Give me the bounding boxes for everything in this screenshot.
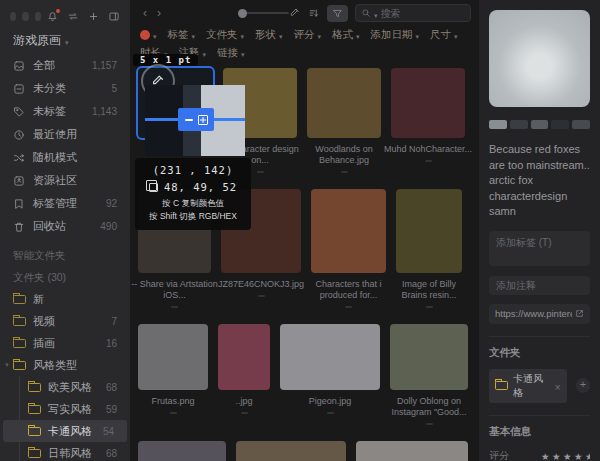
thumbnail-size-slider[interactable]	[238, 12, 289, 14]
all-items-icon	[13, 60, 25, 72]
grid-item[interactable]: Pigeon.jpg	[280, 324, 380, 414]
thumbnail[interactable]	[138, 324, 208, 390]
search-input[interactable]	[355, 4, 471, 22]
toggle-sidebar-icon[interactable]	[108, 11, 120, 22]
selected-image-preview[interactable]	[489, 10, 590, 107]
window-controls	[0, 5, 130, 27]
folder-new[interactable]: 新	[0, 288, 130, 310]
folder-icon	[13, 295, 26, 304]
pixel-size-badge: 5 x 1 pt	[133, 54, 198, 66]
grid-item[interactable]	[356, 441, 468, 461]
grid-item[interactable]: Characters that i produced for...	[311, 189, 386, 308]
thumbnail[interactable]	[356, 441, 468, 461]
smart-folders-header: 智能文件夹	[0, 246, 130, 266]
thumbnail[interactable]	[138, 441, 226, 461]
sidebar-item-tag-manager[interactable]: 标签管理 92	[0, 192, 130, 215]
palette-swatch[interactable]	[551, 120, 569, 129]
back-button[interactable]: ‹	[138, 6, 152, 20]
remove-folder-icon[interactable]	[555, 377, 561, 395]
thumbnail[interactable]	[311, 189, 386, 273]
thumbnail[interactable]	[280, 324, 380, 390]
sidebar-item-untagged[interactable]: 未标签 1,143	[0, 100, 130, 123]
thumbnail[interactable]	[396, 189, 462, 273]
search-field[interactable]	[381, 8, 465, 19]
folder-realistic-style[interactable]: 写实风格 59	[0, 398, 130, 420]
folder-video[interactable]: 视频 7	[0, 310, 130, 332]
palette-swatch[interactable]	[531, 120, 549, 129]
filter-link[interactable]: 链接	[217, 46, 245, 60]
sidebar-item-community[interactable]: 资源社区	[0, 169, 130, 192]
image-title[interactable]: Because red foxes are too mainstream.. a…	[489, 142, 590, 220]
filter-date-added[interactable]: 添加日期	[371, 28, 420, 42]
thumbnail[interactable]	[390, 324, 468, 390]
grid-item[interactable]: Frutas.png	[138, 324, 208, 414]
grid-item[interactable]: Woodlands on Behance.jpg	[307, 68, 381, 173]
grid-item[interactable]	[138, 441, 226, 461]
library-switcher[interactable]: 游戏原画	[0, 27, 130, 54]
folder-icon	[28, 449, 41, 458]
sync-icon[interactable]	[67, 11, 79, 22]
search-icon	[361, 8, 371, 18]
notifications-icon[interactable]	[47, 11, 58, 22]
sidebar-item-random[interactable]: 随机模式	[0, 146, 130, 169]
thumbnail[interactable]	[391, 68, 465, 138]
folder-illustration[interactable]: 插画 16	[0, 332, 130, 354]
close-window-button[interactable]	[10, 12, 16, 21]
sidebar-item-recent[interactable]: 最近使用	[0, 123, 130, 146]
add-folder-button[interactable]: +	[576, 378, 590, 393]
slider-knob[interactable]	[238, 9, 247, 18]
folder-style-type[interactable]: ▼ 风格类型	[0, 354, 130, 376]
folder-cartoon-style-selected[interactable]: 卡通风格 54	[3, 420, 127, 442]
filter-folders[interactable]: 文件夹	[206, 28, 244, 42]
source-link[interactable]: https://www.pintere	[489, 304, 590, 324]
folders-section: 文件夹 卡通风格 +	[489, 336, 590, 403]
expand-arrow-icon[interactable]: ▼	[4, 362, 13, 368]
sidebar-item-uncategorized[interactable]: 未分类 5	[0, 77, 130, 100]
eagle-window: 游戏原画 全部 1,157 未分类 5 未标签 1,143 最近使用 随机模式	[0, 0, 600, 461]
basic-info-title: 基本信息	[489, 425, 590, 439]
chevron-down-icon[interactable]	[374, 4, 378, 22]
filter-format[interactable]: 格式	[332, 28, 360, 42]
sidebar-item-trash[interactable]: 回收站 490	[0, 215, 130, 238]
grid-item[interactable]: Muhd NohCharacter...	[391, 68, 465, 162]
add-icon[interactable]	[88, 11, 99, 22]
color-filter[interactable]	[140, 29, 157, 41]
rating-stars[interactable]: ★★★★★	[541, 451, 590, 461]
eyedropper-icon[interactable]	[289, 7, 301, 19]
untagged-icon	[13, 106, 25, 118]
rating-placeholder	[257, 171, 264, 173]
rating-placeholder	[241, 412, 248, 414]
palette-swatch[interactable]	[489, 120, 507, 129]
content-area: ‹ ›	[130, 0, 479, 461]
chevron-down-icon	[153, 29, 157, 41]
palette-swatch[interactable]	[510, 120, 528, 129]
palette-swatch[interactable]	[572, 120, 590, 129]
folder-chip[interactable]: 卡通风格	[489, 369, 567, 403]
add-tag-input[interactable]: 添加标签 (T)	[489, 231, 590, 266]
grid-item[interactable]: Image of Billy Brains resin...	[396, 189, 462, 308]
thumbnail[interactable]	[236, 441, 346, 461]
add-note-input[interactable]: 添加注释	[489, 276, 590, 295]
grid-item[interactable]	[236, 441, 346, 461]
rating-placeholder	[170, 412, 177, 414]
filter-funnel-icon[interactable]	[327, 5, 348, 22]
folder-western-style[interactable]: 欧美风格 68	[0, 376, 130, 398]
folder-japan-korea-style[interactable]: 日韩风格 68	[0, 442, 130, 461]
filter-tags[interactable]: 标签	[168, 28, 196, 42]
grid-item[interactable]: ..jpg	[218, 324, 270, 414]
filter-size[interactable]: 尺寸	[430, 28, 458, 42]
thumbnail[interactable]	[218, 324, 270, 390]
minimize-window-button[interactable]	[22, 12, 28, 21]
sidebar: 游戏原画 全部 1,157 未分类 5 未标签 1,143 最近使用 随机模式	[0, 0, 130, 461]
filter-shape[interactable]: 形状	[255, 28, 283, 42]
rating-placeholder	[345, 306, 352, 308]
zoom-window-button[interactable]	[35, 12, 41, 21]
forward-button[interactable]: ›	[152, 6, 166, 20]
grid-item[interactable]: Dolly Oblong on Instagram "Good...	[390, 324, 468, 425]
sidebar-item-all[interactable]: 全部 1,157	[0, 54, 130, 77]
sort-icon[interactable]	[308, 7, 320, 19]
thumbnail[interactable]	[307, 68, 381, 138]
filter-rating[interactable]: 评分	[294, 28, 322, 42]
toggle-hint: 按 Shift 切换 RGB/HEX	[137, 210, 249, 223]
folders-header[interactable]: 文件夹 (30)	[0, 268, 130, 288]
